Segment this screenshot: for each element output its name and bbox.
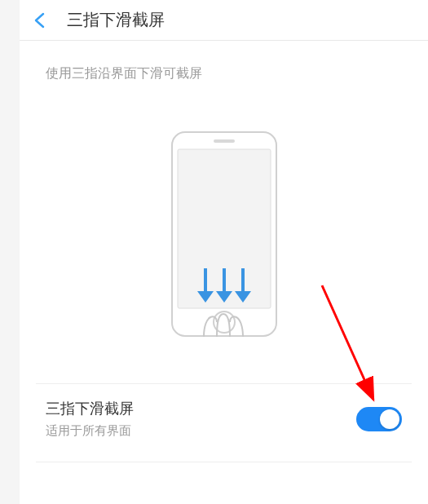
description-area: 使用三指沿界面下滑可截屏 [20, 41, 428, 99]
illustration-area [20, 99, 428, 383]
toggle-knob [380, 409, 399, 429]
setting-title: 三指下滑截屏 [46, 399, 134, 418]
setting-row: 三指下滑截屏 适用于所有界面 [36, 383, 412, 462]
back-arrow-icon [31, 11, 51, 30]
description-text: 使用三指沿界面下滑可截屏 [46, 65, 402, 82]
header: 三指下滑截屏 [20, 0, 428, 41]
setting-text-block: 三指下滑截屏 适用于所有界面 [46, 399, 134, 439]
back-button[interactable] [31, 11, 51, 30]
svg-rect-1 [214, 139, 235, 143]
setting-subtitle: 适用于所有界面 [46, 423, 134, 439]
page-title: 三指下滑截屏 [67, 9, 165, 31]
phone-illustration [171, 131, 277, 343]
toggle-switch[interactable] [356, 407, 402, 431]
